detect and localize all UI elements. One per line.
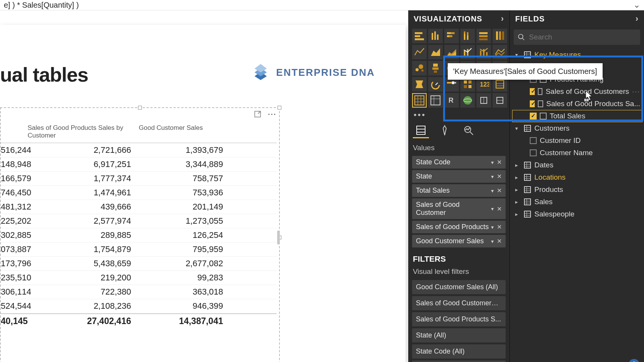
well-menu-icon[interactable]: ▾: [491, 159, 494, 165]
table-row[interactable]: 481,312439,666201,149: [1, 200, 277, 214]
well-menu-icon[interactable]: ▾: [491, 238, 494, 244]
well-remove-icon[interactable]: ✕: [497, 223, 502, 231]
table-row[interactable]: 516,2442,721,6661,393,679: [1, 143, 277, 157]
viz-type-icon[interactable]: [493, 29, 507, 43]
viz-type-icon[interactable]: [444, 29, 459, 43]
viz-type-icon[interactable]: [412, 61, 427, 75]
viz-type-icon[interactable]: [412, 77, 427, 92]
filter-well[interactable]: Sales of Good Customers ...: [412, 296, 506, 310]
field-node[interactable]: Customer Name: [512, 147, 642, 159]
table-row[interactable]: 225,2022,577,9741,273,055: [1, 214, 277, 228]
viz-type-icon[interactable]: [476, 93, 491, 108]
viz-type-icon[interactable]: [412, 93, 427, 108]
table-row[interactable]: 235,510219,20099,283: [1, 271, 277, 285]
filter-well[interactable]: State Code (All): [412, 344, 506, 359]
viz-type-icon[interactable]: [428, 77, 443, 92]
well-remove-icon[interactable]: ✕: [497, 205, 502, 213]
viz-type-icon[interactable]: [412, 29, 427, 43]
viz-type-icon[interactable]: [428, 45, 443, 59]
viz-type-icon[interactable]: [476, 29, 491, 43]
viz-type-icon[interactable]: [412, 45, 427, 59]
viz-type-icon[interactable]: [428, 93, 443, 108]
table-node[interactable]: ▸Products: [512, 183, 642, 196]
field-node[interactable]: Customer ID: [512, 134, 642, 147]
field-checkbox[interactable]: [530, 113, 537, 120]
filter-well[interactable]: State (All): [412, 328, 506, 342]
help-icon[interactable]: ?: [629, 359, 639, 362]
table-node[interactable]: ▸Salespeople: [512, 208, 642, 220]
filter-well[interactable]: Good Customer Sales (All): [412, 280, 506, 294]
visual-more-icon[interactable]: ···: [268, 110, 277, 119]
table-row[interactable]: 306,114722,380363,018: [1, 285, 277, 299]
field-node[interactable]: Total Sales: [512, 110, 642, 122]
well-menu-icon[interactable]: ▾: [491, 174, 494, 180]
value-well[interactable]: State Code▾✕: [412, 156, 506, 169]
filter-well[interactable]: Total Sales (All): [412, 360, 506, 362]
table-node-customers[interactable]: ▾Customers: [512, 122, 642, 134]
well-remove-icon[interactable]: ✕: [497, 238, 502, 245]
data-table[interactable]: Sales of Good Products Sales by Customer…: [1, 122, 277, 328]
field-checkbox[interactable]: [530, 137, 537, 144]
fields-search[interactable]: [514, 29, 640, 45]
table-row[interactable]: 173,7965,438,6592,677,082: [1, 257, 277, 271]
collapse-icon[interactable]: ›: [636, 14, 639, 24]
table-row[interactable]: 148,9486,917,2513,344,889: [1, 157, 277, 172]
field-more-icon[interactable]: ···: [632, 88, 640, 96]
formula-expand-icon[interactable]: ⌄: [629, 0, 640, 10]
table-row[interactable]: 746,4501,474,961753,936: [1, 186, 277, 200]
resize-handle[interactable]: [138, 106, 142, 110]
filter-well[interactable]: Sales of Good Products S...: [412, 312, 506, 326]
viz-type-icon[interactable]: [460, 45, 475, 59]
table-node[interactable]: ▸Locations: [512, 171, 642, 183]
collapse-icon[interactable]: ›: [501, 14, 504, 24]
fields-well-tab[interactable]: [413, 123, 429, 138]
viz-type-icon[interactable]: [428, 61, 443, 75]
field-checkbox[interactable]: [530, 88, 535, 95]
value-well[interactable]: Good Customer Sales▾✕: [412, 235, 506, 247]
value-well[interactable]: State▾✕: [412, 170, 506, 183]
field-node[interactable]: Sales of Good Products Sa...: [512, 98, 642, 110]
analytics-tab[interactable]: [460, 123, 476, 138]
report-canvas[interactable]: ual tables ENTERPRISE DNA: [0, 10, 408, 362]
table-node-key-measures[interactable]: ▾Key Measures: [512, 49, 642, 61]
viz-type-icon[interactable]: [493, 45, 507, 59]
column-header[interactable]: Sales of Good Products Sales by Customer: [28, 124, 139, 139]
column-header[interactable]: Good Customer Sales: [139, 124, 215, 139]
viz-type-icon[interactable]: [444, 45, 459, 59]
well-remove-icon[interactable]: ✕: [497, 159, 502, 166]
search-input[interactable]: [529, 33, 636, 41]
field-checkbox[interactable]: [530, 149, 537, 156]
well-remove-icon[interactable]: ✕: [497, 187, 502, 194]
scrollbar-thumb[interactable]: [277, 231, 280, 244]
table-row[interactable]: 166,5791,777,374758,757: [1, 172, 277, 186]
value-well[interactable]: Sales of Good Products▾✕: [412, 221, 506, 233]
viz-type-icon[interactable]: [428, 29, 443, 43]
well-menu-icon[interactable]: ▾: [491, 206, 494, 212]
resize-handle[interactable]: [278, 106, 281, 110]
table-visual[interactable]: ··· Sales of Good Products Sales by Cust…: [0, 107, 280, 362]
viz-type-icon[interactable]: [476, 45, 491, 59]
well-menu-icon[interactable]: ▾: [491, 224, 494, 230]
viz-more-icon[interactable]: •••: [408, 109, 509, 120]
focus-mode-icon[interactable]: [253, 110, 262, 119]
value-well[interactable]: Total Sales▾✕: [412, 184, 506, 197]
viz-type-icon[interactable]: [460, 93, 475, 108]
table-node[interactable]: ▸Sales: [512, 196, 642, 208]
formula-bar[interactable]: e] ) * Sales[Quantity] ) ⌄: [0, 0, 644, 10]
svg-rect-18: [496, 31, 498, 40]
svg-text:R: R: [449, 97, 453, 104]
table-row[interactable]: 073,8871,754,879795,959: [1, 242, 277, 257]
well-remove-icon[interactable]: ✕: [497, 173, 502, 180]
table-row[interactable]: 524,5442,108,236946,399: [1, 299, 277, 313]
viz-type-icon[interactable]: [493, 93, 507, 108]
well-menu-icon[interactable]: ▾: [491, 188, 494, 194]
table-row[interactable]: 302,885289,885126,254: [1, 228, 277, 242]
field-node[interactable]: Sales of Good Customers···: [512, 85, 642, 98]
value-well[interactable]: Sales of Good Customer▾✕: [412, 198, 506, 219]
field-checkbox[interactable]: [530, 100, 535, 107]
format-tab[interactable]: [437, 123, 453, 138]
formula-text[interactable]: e] ) * Sales[Quantity] ): [4, 1, 629, 10]
viz-type-icon[interactable]: R: [444, 93, 459, 108]
table-node[interactable]: ▸Dates: [512, 159, 642, 171]
viz-type-icon[interactable]: [460, 29, 475, 43]
